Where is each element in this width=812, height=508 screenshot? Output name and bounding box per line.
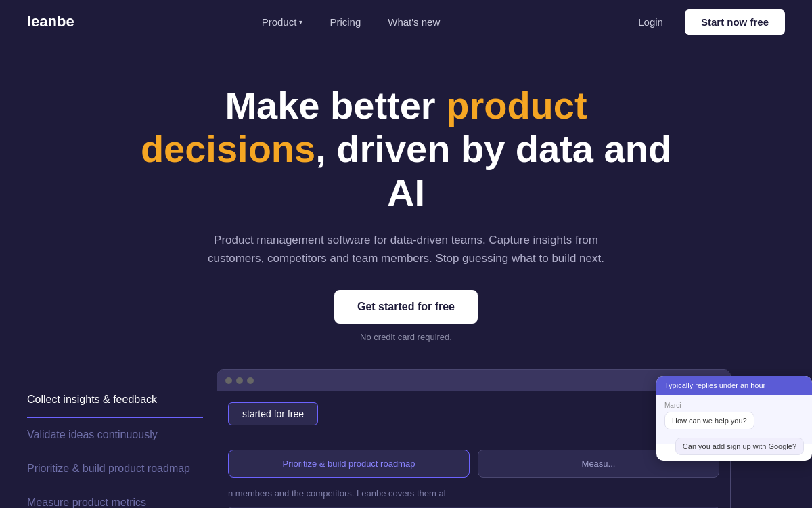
- sidebar-item-prioritize[interactable]: Prioritize & build product roadmap: [27, 452, 203, 486]
- screenshot-area: started for free Prioritize & build prod…: [203, 369, 812, 508]
- nav-links: Product ▾ Pricing What's new: [251, 11, 451, 33]
- sidebar-item-measure[interactable]: Measure product metrics: [27, 486, 203, 508]
- start-now-free-button[interactable]: Start now free: [685, 9, 785, 35]
- sidebar-item-collect[interactable]: Collect insights & feedback: [27, 383, 203, 418]
- ss-feature-cards: Prioritize & build product roadmap Measu…: [228, 450, 719, 478]
- ss-body-text: n members and the competitors. Leanbe co…: [228, 488, 719, 499]
- hero-subtext: Product management software for data-dri…: [203, 231, 609, 268]
- ss-card-prioritize: Prioritize & build product roadmap: [228, 450, 470, 478]
- chat-body: Marci How can we help you? Can you add s…: [656, 395, 812, 444]
- browser-content: started for free Prioritize & build prod…: [217, 391, 730, 508]
- browser-bar: [217, 370, 730, 391]
- chat-sender-label: Marci: [664, 402, 804, 409]
- navbar: leanbe Product ▾ Pricing What's new Logi…: [0, 0, 812, 43]
- bottom-section: Collect insights & feedback Validate ide…: [0, 369, 812, 508]
- no-credit-card-label: No credit card required.: [360, 332, 452, 342]
- nav-pricing[interactable]: Pricing: [319, 11, 371, 33]
- ss-started-btn: started for free: [228, 402, 318, 425]
- browser-dot-red: [225, 377, 232, 384]
- sidebar-item-label: Validate ideas continuously: [27, 429, 158, 440]
- browser-mockup: started for free Prioritize & build prod…: [217, 369, 731, 508]
- hero-cta: Get started for free No credit card requ…: [14, 290, 798, 342]
- sidebar-item-label: Measure product metrics: [27, 496, 146, 508]
- feature-sidebar: Collect insights & feedback Validate ide…: [0, 369, 203, 508]
- chevron-down-icon: ▾: [299, 18, 302, 26]
- nav-product[interactable]: Product ▾: [251, 11, 314, 33]
- get-started-button[interactable]: Get started for free: [334, 290, 478, 324]
- logo-text: leanbe: [27, 13, 74, 30]
- browser-dot-green: [247, 377, 254, 384]
- nav-right: Login Start now free: [627, 9, 785, 35]
- login-button[interactable]: Login: [627, 11, 674, 33]
- chat-header: Typically replies under an hour: [656, 376, 812, 395]
- logo[interactable]: leanbe: [27, 13, 74, 30]
- chat-popup: Typically replies under an hour Marci Ho…: [656, 376, 812, 461]
- hero-headline: Make better product decisions, driven by…: [135, 84, 677, 215]
- sidebar-item-label: Prioritize & build product roadmap: [27, 463, 190, 474]
- chat-message-reply: Can you add sign up with Google?: [675, 438, 804, 455]
- sidebar-item-validate[interactable]: Validate ideas continuously: [27, 418, 203, 452]
- chat-message-question: How can we help you?: [664, 412, 754, 429]
- hero-section: Make better product decisions, driven by…: [0, 43, 812, 356]
- browser-dot-yellow: [236, 377, 243, 384]
- nav-whats-new[interactable]: What's new: [377, 11, 451, 33]
- sidebar-item-label: Collect insights & feedback: [27, 394, 157, 405]
